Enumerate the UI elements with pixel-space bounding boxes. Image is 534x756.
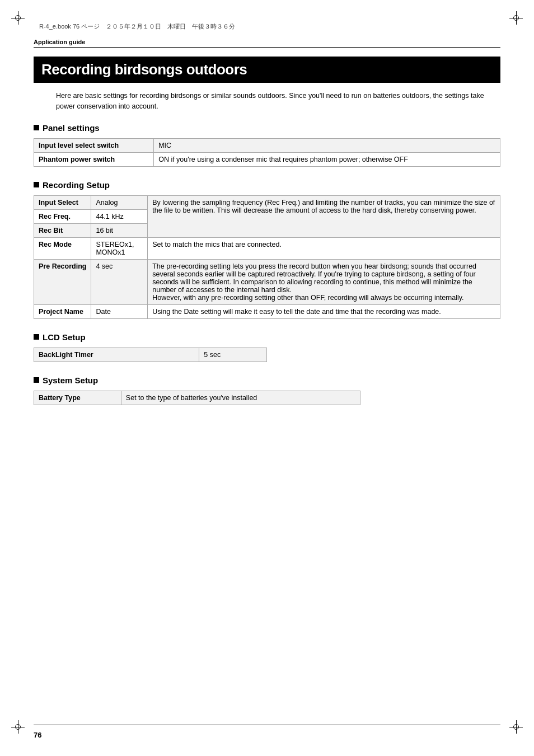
rec-row-1-value: Analog: [91, 195, 148, 209]
rec-row-1-note: By lowering the sampling frequency (Rec …: [148, 195, 500, 237]
table-row: Battery Type Set to the type of batterie…: [34, 391, 360, 405]
main-title-banner: Recording birdsongs outdoors: [34, 57, 500, 83]
section-label: Application guide: [34, 39, 500, 48]
page: R-4_e.book 76 ページ ２０５年２月１０日 木曜日 午後３時３６分 …: [0, 0, 534, 756]
table-row: Phantom power switch ON if you're using …: [34, 152, 500, 166]
panel-row-2-value: ON if you're using a condenser mic that …: [154, 152, 500, 166]
rec-row-3-label: Rec Bit: [34, 223, 91, 237]
bullet-icon: [34, 182, 39, 187]
system-row-1-value: Set to the type of batteries you've inst…: [121, 391, 360, 405]
top-metadata: R-4_e.book 76 ページ ２０５年２月１０日 木曜日 午後３時３６分: [39, 22, 500, 31]
rec-row-3-value: 16 bit: [91, 223, 148, 237]
table-row: BackLight Timer 5 sec: [34, 348, 267, 361]
rec-row-4-value: STEREOx1, MONOx1: [91, 237, 148, 259]
lcd-setup-heading: LCD Setup: [34, 332, 500, 342]
bullet-icon: [34, 334, 39, 340]
crosshair-top-right: [509, 11, 523, 25]
panel-row-1-value: MIC: [154, 138, 500, 152]
table-row: Pre Recording 4 sec The pre-recording se…: [34, 259, 500, 304]
crosshair-top-left: [11, 11, 25, 25]
rec-row-6-note: Using the Date setting will make it easy…: [148, 304, 500, 318]
table-row: Rec Mode STEREOx1, MONOx1 Set to match t…: [34, 237, 500, 259]
rec-row-5-label: Pre Recording: [34, 259, 91, 304]
panel-row-2-label: Phantom power switch: [34, 152, 154, 166]
rec-row-2-label: Rec Freq.: [34, 209, 91, 223]
panel-row-1-label: Input level select switch: [34, 138, 154, 152]
lcd-row-1-label: BackLight Timer: [34, 348, 199, 361]
panel-settings-table: Input level select switch MIC Phantom po…: [34, 138, 500, 167]
main-title: Recording birdsongs outdoors: [41, 61, 493, 78]
rec-row-1-label: Input Select: [34, 195, 91, 209]
table-row: Project Name Date Using the Date setting…: [34, 304, 500, 318]
rec-row-6-label: Project Name: [34, 304, 91, 318]
rec-row-2-value: 44.1 kHz: [91, 209, 148, 223]
rec-row-4-label: Rec Mode: [34, 237, 91, 259]
recording-setup-heading: Recording Setup: [34, 180, 500, 190]
rec-row-6-value: Date: [91, 304, 148, 318]
panel-settings-heading: Panel settings: [34, 123, 500, 133]
rec-row-5-note: The pre-recording setting lets you press…: [148, 259, 500, 304]
table-row: Input level select switch MIC: [34, 138, 500, 152]
bullet-icon: [34, 125, 39, 130]
recording-setup-table: Input Select Analog By lowering the samp…: [34, 195, 500, 319]
lcd-row-1-value: 5 sec: [199, 348, 267, 361]
system-row-1-label: Battery Type: [34, 391, 121, 405]
rec-row-5-value: 4 sec: [91, 259, 148, 304]
system-setup-table: Battery Type Set to the type of batterie…: [34, 391, 360, 405]
crosshair-bottom-left: [11, 720, 25, 734]
page-number: 76: [34, 731, 41, 739]
lcd-setup-table: BackLight Timer 5 sec: [34, 348, 267, 362]
system-setup-heading: System Setup: [34, 375, 500, 385]
table-row: Input Select Analog By lowering the samp…: [34, 195, 500, 209]
rec-row-4-note: Set to match the mics that are connected…: [148, 237, 500, 259]
intro-text: Here are basic settings for recording bi…: [56, 91, 500, 112]
crosshair-bottom-right: [509, 720, 523, 734]
bottom-divider: [34, 725, 500, 726]
bullet-icon: [34, 377, 39, 383]
